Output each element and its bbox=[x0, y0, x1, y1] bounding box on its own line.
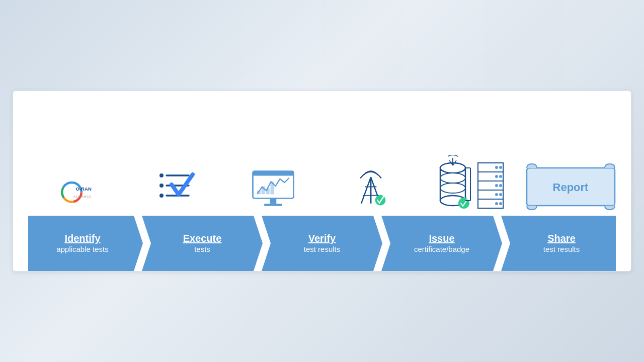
step-verify-sub: test results bbox=[304, 244, 341, 254]
svg-text:O-RAN: O-RAN bbox=[76, 186, 92, 192]
step-execute: Execute tests bbox=[142, 216, 263, 271]
svg-point-52 bbox=[495, 202, 498, 205]
server-icon bbox=[475, 160, 506, 211]
svg-point-49 bbox=[499, 184, 502, 187]
step-share: Share test results bbox=[501, 216, 616, 271]
svg-point-6 bbox=[159, 173, 164, 177]
step-issue-sub: certificate/badge bbox=[414, 244, 469, 254]
svg-point-47 bbox=[499, 175, 502, 178]
svg-point-48 bbox=[495, 184, 498, 187]
oran-logo: O-RAN ALLIANCE bbox=[59, 175, 95, 211]
oran-logo-svg: O-RAN ALLIANCE bbox=[59, 175, 95, 211]
svg-line-21 bbox=[361, 177, 371, 204]
step-execute-title: Execute bbox=[183, 232, 222, 244]
database-icon bbox=[433, 155, 473, 211]
svg-rect-17 bbox=[261, 186, 265, 194]
step-issue-title: Issue bbox=[429, 232, 454, 244]
main-card: O-RAN ALLIANCE bbox=[13, 90, 631, 272]
svg-point-53 bbox=[499, 202, 502, 205]
svg-rect-16 bbox=[257, 191, 260, 194]
tower-icon bbox=[351, 163, 391, 211]
step-share-title: Share bbox=[547, 232, 576, 244]
step-verify-title: Verify bbox=[308, 232, 336, 244]
svg-text:ALLIANCE: ALLIANCE bbox=[73, 195, 92, 198]
svg-point-28 bbox=[440, 173, 465, 183]
steps-row: Identify applicable tests Execute tests … bbox=[28, 216, 616, 271]
issue-icon-group bbox=[433, 150, 506, 211]
monitor-icon bbox=[251, 168, 296, 211]
svg-point-29 bbox=[440, 183, 465, 193]
report-icon: Report bbox=[522, 163, 612, 211]
svg-point-44 bbox=[495, 166, 498, 169]
svg-rect-19 bbox=[270, 182, 274, 194]
svg-rect-15 bbox=[264, 204, 282, 206]
step-execute-sub: tests bbox=[194, 244, 210, 254]
svg-point-51 bbox=[499, 193, 502, 196]
svg-rect-13 bbox=[253, 171, 293, 176]
svg-point-10 bbox=[159, 194, 164, 198]
monitor-cell bbox=[224, 168, 322, 211]
step-identify-title: Identify bbox=[64, 232, 100, 244]
svg-point-45 bbox=[499, 166, 502, 169]
svg-rect-14 bbox=[270, 199, 276, 204]
oran-logo-cell: O-RAN ALLIANCE bbox=[28, 175, 126, 211]
step-share-sub: test results bbox=[543, 244, 580, 254]
step-verify: Verify test results bbox=[262, 216, 382, 271]
report-scroll-svg: Report bbox=[522, 163, 622, 213]
svg-point-46 bbox=[495, 175, 498, 178]
step-identify: Identify applicable tests bbox=[28, 216, 143, 271]
tower-cell bbox=[322, 163, 420, 211]
svg-point-8 bbox=[159, 184, 164, 188]
icons-row: O-RAN ALLIANCE bbox=[28, 101, 616, 216]
svg-text:Report: Report bbox=[552, 181, 589, 194]
step-issue: Issue certificate/badge bbox=[381, 216, 502, 271]
step-identify-sub: applicable tests bbox=[56, 244, 108, 254]
report-cell: Report bbox=[518, 163, 616, 211]
svg-point-50 bbox=[495, 193, 498, 196]
checklist-icon bbox=[152, 165, 198, 211]
svg-rect-18 bbox=[266, 189, 269, 195]
checklist-cell bbox=[126, 165, 224, 211]
issue-cell bbox=[420, 150, 518, 211]
